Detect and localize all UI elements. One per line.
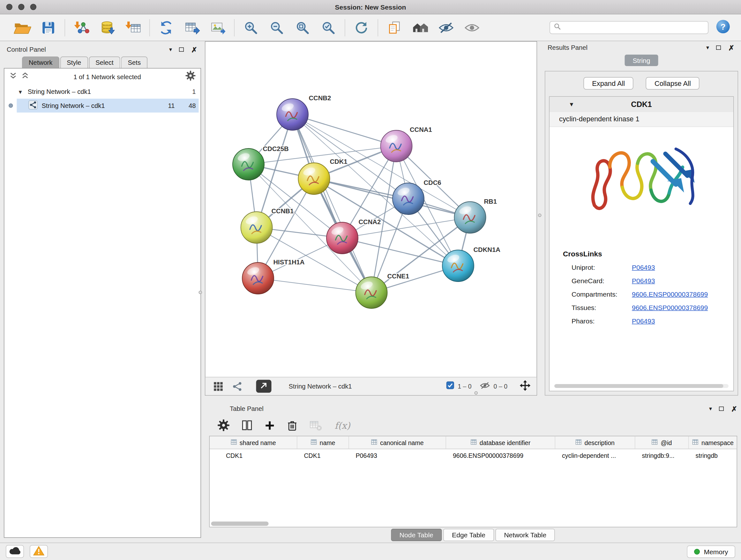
network-overview-icon[interactable] <box>230 381 245 391</box>
network-node-CDC25B[interactable] <box>232 148 264 180</box>
import-network-from-file-button[interactable] <box>69 17 94 39</box>
network-node-CCNA1[interactable] <box>381 130 412 162</box>
zoom-out-button[interactable] <box>264 17 290 39</box>
tree-expand-icon[interactable]: ▼ <box>18 89 23 95</box>
network-canvas[interactable]: CCNB2CCNA1CDC25BCDK1CDC6RB1CCNB1CCNA2CDK… <box>205 42 537 377</box>
gear-icon[interactable] <box>185 71 196 83</box>
cloud-button[interactable] <box>6 545 24 558</box>
splitter-handle[interactable] <box>475 391 478 395</box>
help-button[interactable]: ? <box>712 17 733 39</box>
new-network-from-selection-button[interactable] <box>153 17 179 39</box>
network-node-RB1[interactable] <box>455 202 486 233</box>
tab-network-table[interactable]: Network Table <box>495 529 555 542</box>
column-header-namespace[interactable]: namespace <box>689 436 738 449</box>
table-toolbar: f(x) <box>205 415 741 436</box>
memory-label: Memory <box>704 548 728 556</box>
float-panel-icon[interactable] <box>719 406 724 412</box>
collapse-panel-icon[interactable]: ▾ <box>706 45 709 51</box>
column-header--id[interactable]: @id <box>635 436 689 449</box>
float-panel-icon[interactable] <box>179 46 184 53</box>
birdseye-grid-icon[interactable] <box>211 381 226 391</box>
column-header-description[interactable]: description <box>555 436 635 449</box>
float-panel-icon[interactable] <box>717 44 721 51</box>
tab-string[interactable]: String <box>624 55 658 66</box>
tab-edge-table[interactable]: Edge Table <box>443 529 494 542</box>
selected-checkbox-icon[interactable] <box>446 381 455 391</box>
tab-node-table[interactable]: Node Table <box>391 529 442 542</box>
close-panel-icon[interactable]: ✗ <box>191 46 197 53</box>
network-edge[interactable] <box>293 115 397 146</box>
expand-all-networks-icon[interactable] <box>21 71 29 82</box>
show-columns-button[interactable] <box>241 420 253 431</box>
open-session-button[interactable] <box>10 17 36 39</box>
expand-all-button[interactable]: Expand All <box>583 77 633 90</box>
update-network-button[interactable] <box>348 17 374 39</box>
detach-view-button[interactable] <box>256 380 272 393</box>
delete-column-button[interactable] <box>287 419 298 431</box>
network-node-CCNB1[interactable] <box>241 212 273 243</box>
show-all-button[interactable] <box>459 17 485 39</box>
network-node-CDKN1A[interactable] <box>442 250 474 282</box>
close-panel-icon[interactable]: ✗ <box>728 44 734 51</box>
import-table-from-file-button[interactable] <box>120 17 146 39</box>
network-collection-row[interactable]: ▼ String Network – cdk1 1 <box>4 85 201 99</box>
tab-sets[interactable]: Sets <box>121 57 148 68</box>
collapse-panel-icon[interactable]: ▾ <box>169 47 172 52</box>
crosslink-value-link[interactable]: P06493 <box>632 263 655 271</box>
network-node-CDK1[interactable] <box>298 163 330 194</box>
new-table-button[interactable] <box>179 17 205 39</box>
splitter-handle[interactable] <box>538 213 542 217</box>
zoom-in-button[interactable] <box>238 17 264 39</box>
table-hscrollbar[interactable] <box>210 520 737 527</box>
close-panel-icon[interactable]: ✗ <box>731 405 737 412</box>
add-column-button[interactable] <box>264 420 275 431</box>
crosslink-value-link[interactable]: 9606.ENSP00000378699 <box>632 304 708 311</box>
network-node-CCNE1[interactable] <box>356 277 387 308</box>
warnings-button[interactable] <box>30 545 48 558</box>
crosslink-value-link[interactable]: 9606.ENSP00000378699 <box>632 290 708 298</box>
splitter-handle[interactable] <box>199 291 202 294</box>
network-row-selected[interactable]: String Network – cdk1 11 48 <box>4 99 201 113</box>
network-node-CDC6[interactable] <box>393 183 424 214</box>
tab-select[interactable]: Select <box>89 57 120 68</box>
tab-network[interactable]: Network <box>22 57 59 68</box>
close-window-button[interactable] <box>6 4 13 10</box>
export-image-button[interactable] <box>205 17 231 39</box>
hide-selected-button[interactable] <box>433 17 459 39</box>
network-edge[interactable] <box>293 115 372 293</box>
import-network-from-database-button[interactable] <box>94 17 120 39</box>
duplicate-document-button[interactable] <box>382 17 408 39</box>
search-input[interactable] <box>564 24 704 31</box>
network-edge[interactable] <box>314 179 470 218</box>
pan-tool-icon[interactable] <box>520 380 531 393</box>
collapse-all-button[interactable]: Collapse All <box>646 77 699 90</box>
crosslink-value-link[interactable]: P06493 <box>632 277 655 285</box>
table-settings-button[interactable] <box>217 419 230 432</box>
tab-style[interactable]: Style <box>60 57 88 68</box>
save-session-button[interactable] <box>36 17 61 39</box>
network-node-CCNB2[interactable] <box>277 99 308 130</box>
crosslink-value-link[interactable]: P06493 <box>632 317 655 325</box>
results-hscrollbar[interactable] <box>554 384 729 388</box>
string-protein-query-button[interactable] <box>408 17 433 39</box>
collapse-all-networks-icon[interactable] <box>9 71 17 82</box>
network-node-CCNA2[interactable] <box>327 222 358 254</box>
minimize-window-button[interactable] <box>18 4 24 10</box>
protein-card-header[interactable]: ▼ CDK1 <box>549 97 733 112</box>
hidden-eye-icon[interactable] <box>480 381 490 391</box>
column-header-shared-name[interactable]: shared name <box>210 436 297 449</box>
search-field[interactable] <box>549 21 709 34</box>
network-node-HIST1H1A[interactable] <box>242 262 274 294</box>
table-row[interactable]: CDK1CDK1P064939606.ENSP00000378699cyclin… <box>210 449 737 462</box>
zoom-window-button[interactable] <box>30 4 37 10</box>
column-header-canonical-name[interactable]: canonical name <box>349 436 447 449</box>
table-cell: cyclin-dependent ... <box>555 452 635 459</box>
zoom-selected-button[interactable] <box>316 17 341 39</box>
collapse-panel-icon[interactable]: ▾ <box>709 406 712 412</box>
zoom-fit-content-button[interactable] <box>290 17 316 39</box>
column-header-database-identifier[interactable]: database identifier <box>446 436 555 449</box>
column-header-name[interactable]: name <box>297 436 349 449</box>
network-edge[interactable] <box>258 278 372 293</box>
memory-button[interactable]: Memory <box>687 545 735 558</box>
collapse-card-icon[interactable]: ▼ <box>569 101 575 108</box>
